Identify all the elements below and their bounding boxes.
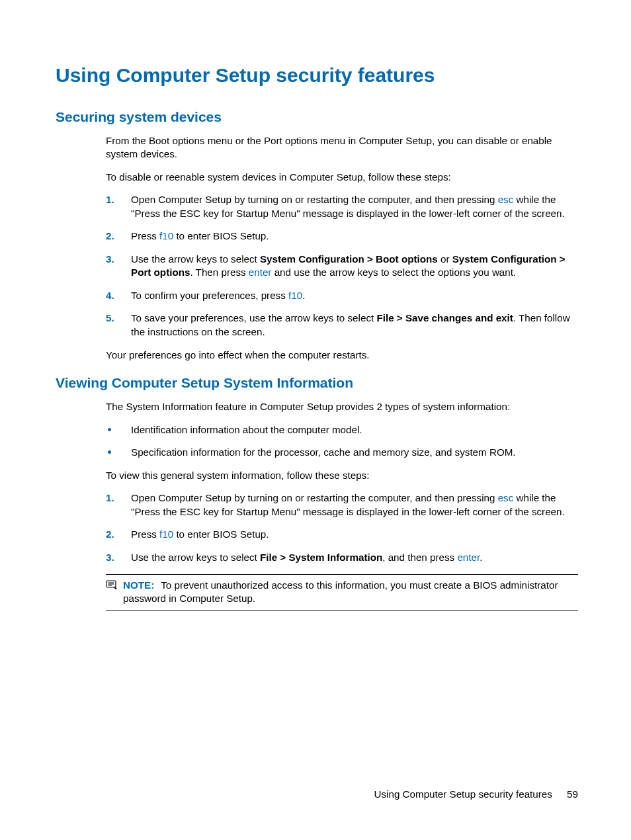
step-item: 2. Press f10 to enter BIOS Setup. — [106, 528, 578, 542]
key-f10: f10 — [159, 230, 173, 241]
page-footer: Using Computer Setup security features 5… — [374, 788, 578, 802]
key-enter: enter — [457, 552, 480, 563]
ordered-steps: 1. Open Computer Setup by turning on or … — [106, 193, 578, 339]
step-text: Use the arrow keys to select System Conf… — [131, 253, 566, 278]
page-heading-h1: Using Computer Setup security features — [56, 62, 578, 89]
key-esc: esc — [498, 492, 514, 503]
step-item: 1. Open Computer Setup by turning on or … — [106, 491, 578, 519]
step-text: Open Computer Setup by turning on or res… — [131, 194, 565, 219]
step-text: To confirm your preferences, press f10. — [131, 290, 305, 301]
step-text: Use the arrow keys to select File > Syst… — [131, 552, 482, 563]
key-esc: esc — [498, 194, 514, 205]
note-content: NOTE:To prevent unauthorized access to t… — [123, 579, 578, 606]
step-number: 5. — [106, 312, 114, 325]
key-enter: enter — [249, 267, 272, 278]
ordered-steps: 1. Open Computer Setup by turning on or … — [106, 491, 578, 564]
key-f10: f10 — [159, 528, 173, 540]
step-text: To save your preferences, use the arrow … — [131, 312, 570, 337]
paragraph: From the Boot options menu or the Port o… — [106, 134, 578, 161]
note-box: NOTE:To prevent unauthorized access to t… — [106, 574, 578, 610]
paragraph: Your preferences go into effect when the… — [106, 349, 578, 362]
bullet-item: Identification information about the com… — [106, 423, 578, 437]
step-number: 3. — [106, 551, 114, 565]
key-f10: f10 — [288, 290, 302, 301]
note-icon — [106, 580, 118, 594]
note-label: NOTE: — [123, 579, 154, 591]
step-number: 4. — [106, 289, 114, 303]
step-item: 3. Use the arrow keys to select System C… — [106, 253, 578, 280]
page-number: 59 — [567, 788, 578, 800]
bullet-item: Specification information for the proces… — [106, 446, 578, 460]
section-heading-viewing: Viewing Computer Setup System Informatio… — [56, 374, 578, 392]
step-text: Press f10 to enter BIOS Setup. — [131, 528, 269, 540]
step-text: Open Computer Setup by turning on or res… — [131, 492, 565, 517]
paragraph: To view this general system information,… — [106, 469, 578, 483]
section-heading-securing: Securing system devices — [56, 108, 578, 126]
step-item: 3. Use the arrow keys to select File > S… — [106, 551, 578, 565]
step-number: 3. — [106, 253, 114, 267]
step-number: 1. — [106, 193, 114, 207]
step-item: 1. Open Computer Setup by turning on or … — [106, 193, 578, 220]
step-number: 1. — [106, 491, 114, 505]
footer-title: Using Computer Setup security features — [374, 788, 552, 800]
bullet-list: Identification information about the com… — [106, 423, 578, 460]
step-number: 2. — [106, 230, 114, 243]
step-number: 2. — [106, 528, 114, 542]
step-item: 2. Press f10 to enter BIOS Setup. — [106, 230, 578, 243]
step-item: 5. To save your preferences, use the arr… — [106, 312, 578, 339]
paragraph: The System Information feature in Comput… — [106, 400, 578, 414]
step-item: 4. To confirm your preferences, press f1… — [106, 289, 578, 303]
paragraph: To disable or reenable system devices in… — [106, 171, 578, 185]
step-text: Press f10 to enter BIOS Setup. — [131, 230, 269, 241]
